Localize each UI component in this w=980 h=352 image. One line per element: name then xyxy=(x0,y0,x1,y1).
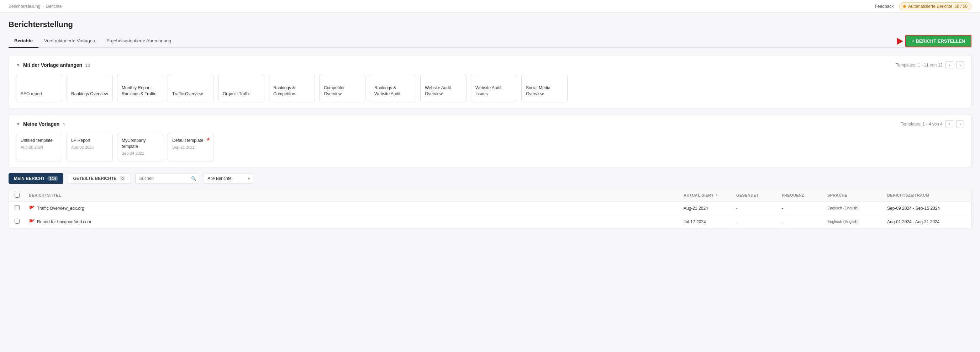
my-template-date-untitled: Aug-20 2024 xyxy=(21,145,58,149)
template-card-rankings-audit[interactable]: Rankings & Website Audit xyxy=(370,74,416,102)
meine-nav-prev-btn[interactable]: ‹ xyxy=(945,120,953,128)
td-sent-2: - xyxy=(736,219,779,224)
my-reports-tab[interactable]: MEIN BERICHT 114 xyxy=(8,173,63,184)
chevron-down-icon-2[interactable]: ▼ xyxy=(16,122,20,127)
flag-icon-2: 🚩 xyxy=(29,219,35,225)
section-vorlagen-title: Mit der Vorlage anfangen xyxy=(23,62,82,68)
template-card-competitor-overview[interactable]: Competitor Overview xyxy=(319,74,366,102)
my-template-name-default: Default template xyxy=(172,138,209,144)
th-period: BERICHTSZEITRAUM xyxy=(887,193,966,198)
td-report-name-1: 🚩 Traffic Overview_edx.org xyxy=(29,206,681,211)
auto-reports-badge: Automatisierte Berichte 50 / 50 xyxy=(899,3,972,10)
my-template-card-untitled[interactable]: Untitled template Aug-20 2024 xyxy=(16,133,62,162)
td-period-2: Aug-01 2024 - Aug-31 2024 xyxy=(887,219,966,224)
th-title-label: BERICHTSTITEL xyxy=(29,193,61,197)
section-meine-title-row: ▼ Meine Vorlagen 4 xyxy=(16,121,65,127)
tab-vorlagen[interactable]: Vorstrukturierte Vorlagen xyxy=(38,35,101,48)
template-card-audit-overview[interactable]: Website Audit Overview xyxy=(420,74,466,102)
chevron-down-icon[interactable]: ▼ xyxy=(16,63,20,68)
template-name-traffic-overview: Traffic Overview xyxy=(172,91,209,97)
th-frequency-label: FREQUENZ xyxy=(782,193,804,197)
my-template-card-mycompany[interactable]: MyCompany template Sep-24 2021 xyxy=(117,133,163,162)
template-name-monthly-report: Monthly Report: Rankings & Traffic xyxy=(122,85,159,97)
td-updated-2: Jul-17 2024 xyxy=(684,219,733,224)
report-link-2[interactable]: Report for bbcgoodfood.com xyxy=(37,219,91,224)
filter-dropdown[interactable]: Alle Berichte Meine Berichte Geteilte Be… xyxy=(204,173,253,184)
section-meine-title: Meine Vorlagen xyxy=(23,121,59,127)
template-card-social-media[interactable]: Social Media Overview xyxy=(521,74,568,102)
page-content: Berichterstellung Berichte Vorstrukturie… xyxy=(0,13,980,236)
th-updated[interactable]: AKTUALISIERT ▼ xyxy=(684,193,733,198)
auto-reports-label: Automatisierte Berichte xyxy=(908,4,952,9)
select-all-checkbox[interactable] xyxy=(14,193,19,198)
template-card-traffic-overview[interactable]: Traffic Overview xyxy=(168,74,214,102)
shared-label: GETEILTE BERICHTE xyxy=(73,176,116,181)
my-template-date-mycompany: Sep-24 2021 xyxy=(122,151,159,155)
th-title: BERICHTSTITEL xyxy=(29,193,681,198)
section-meine-nav-info: Templates: 1 - 4 von 4 xyxy=(900,122,943,127)
section-vorlagen-nav-info: Templates: 1 - 11 von 12 xyxy=(896,63,943,68)
breadcrumb: Berichterstellung › Berichte xyxy=(8,4,62,9)
my-templates-grid: Untitled template Aug-20 2024 LP Report … xyxy=(16,133,964,162)
auto-reports-dot xyxy=(903,5,906,8)
template-card-seo[interactable]: SEO report xyxy=(16,74,62,102)
td-period-1: Sep-09 2024 - Sep-15 2024 xyxy=(887,206,966,211)
template-name-seo: SEO report xyxy=(21,91,58,97)
flag-icon-1: 🚩 xyxy=(29,206,35,211)
row-checkbox-1[interactable] xyxy=(14,205,19,210)
template-card-rankings-overview[interactable]: Rankings Overview xyxy=(67,74,113,102)
report-link-1[interactable]: Traffic Overview_edx.org xyxy=(37,206,84,211)
section-vorlagen-count: 12 xyxy=(85,63,90,68)
th-period-label: BERICHTSZEITRAUM xyxy=(887,193,929,197)
my-reports-label: MEIN BERICHT xyxy=(14,176,45,181)
create-report-button[interactable]: + BERICHT ERSTELLEN xyxy=(905,35,972,47)
section-vorlagen-header: ▼ Mit der Vorlage anfangen 12 Templates:… xyxy=(16,61,964,69)
td-sent-1: - xyxy=(736,206,779,211)
tab-berichte[interactable]: Berichte xyxy=(8,35,38,48)
star-icon: ★ xyxy=(206,136,211,142)
page-title: Berichterstellung xyxy=(8,20,972,29)
td-checkbox-2 xyxy=(14,219,26,225)
table-row: 🚩 Report for bbcgoodfood.com Jul-17 2024… xyxy=(9,215,971,228)
meine-nav-next-btn[interactable]: › xyxy=(956,120,964,128)
th-language-label: SPRACHE xyxy=(827,193,847,197)
feedback-link[interactable]: Feedback xyxy=(875,4,894,9)
my-reports-count: 114 xyxy=(47,176,58,181)
template-name-rankings-competitors: Rankings & Competitors xyxy=(273,85,310,97)
td-report-name-2: 🚩 Report for bbcgoodfood.com xyxy=(29,219,681,225)
my-template-date-default: Sep-21 2021 xyxy=(172,145,209,149)
template-name-organic-traffic: Organic Traffic xyxy=(223,91,260,97)
my-template-card-lp[interactable]: LP Report Aug-02 2023 xyxy=(67,133,113,162)
breadcrumb-parent[interactable]: Berichterstellung xyxy=(8,4,40,9)
nav-prev-btn[interactable]: ‹ xyxy=(945,61,953,69)
td-checkbox-1 xyxy=(14,205,26,211)
template-card-audit-issues[interactable]: Website Audit Issues xyxy=(471,74,517,102)
search-wrapper: 🔍 xyxy=(135,173,199,184)
section-vorlagen: ▼ Mit der Vorlage anfangen 12 Templates:… xyxy=(8,55,972,108)
shared-reports-tab[interactable]: GETEILTE BERICHTE 0 xyxy=(68,173,131,184)
template-card-rankings-competitors[interactable]: Rankings & Competitors xyxy=(269,74,315,102)
auto-reports-count: 50 / 50 xyxy=(955,4,967,9)
template-card-monthly-report[interactable]: Monthly Report: Rankings & Traffic xyxy=(117,74,163,102)
th-updated-label: AKTUALISIERT xyxy=(684,193,714,197)
section-vorlagen-title-row: ▼ Mit der Vorlage anfangen 12 xyxy=(16,62,91,68)
top-bar-right: Feedback Automatisierte Berichte 50 / 50 xyxy=(875,3,972,10)
row-checkbox-2[interactable] xyxy=(14,219,19,224)
template-name-audit-issues: Website Audit Issues xyxy=(476,85,512,97)
search-icon: 🔍 xyxy=(191,176,196,181)
template-card-organic-traffic[interactable]: Organic Traffic xyxy=(218,74,264,102)
nav-next-btn[interactable]: › xyxy=(956,61,964,69)
my-template-name-lp: LP Report xyxy=(71,138,108,144)
table-header: BERICHTSTITEL AKTUALISIERT ▼ GESENDET FR… xyxy=(9,189,971,201)
td-language-2: Englisch (English) xyxy=(827,219,884,225)
my-template-name-untitled: Untitled template xyxy=(21,138,58,144)
tabs-bar: Berichte Vorstrukturierte Vorlagen Ergeb… xyxy=(8,35,972,48)
template-name-competitor-overview: Competitor Overview xyxy=(324,85,361,97)
reports-table: BERICHTSTITEL AKTUALISIERT ▼ GESENDET FR… xyxy=(8,189,972,228)
search-input[interactable] xyxy=(135,173,199,184)
top-bar: Berichterstellung › Berichte Feedback Au… xyxy=(0,0,980,13)
tab-ergebnis[interactable]: Ergebnisorientierte Abrechnung xyxy=(101,35,177,48)
my-template-card-default[interactable]: ★ Default template Sep-21 2021 xyxy=(168,133,214,162)
th-sent: GESENDET xyxy=(736,193,779,198)
create-btn-area: + BERICHT ERSTELLEN xyxy=(905,35,972,47)
